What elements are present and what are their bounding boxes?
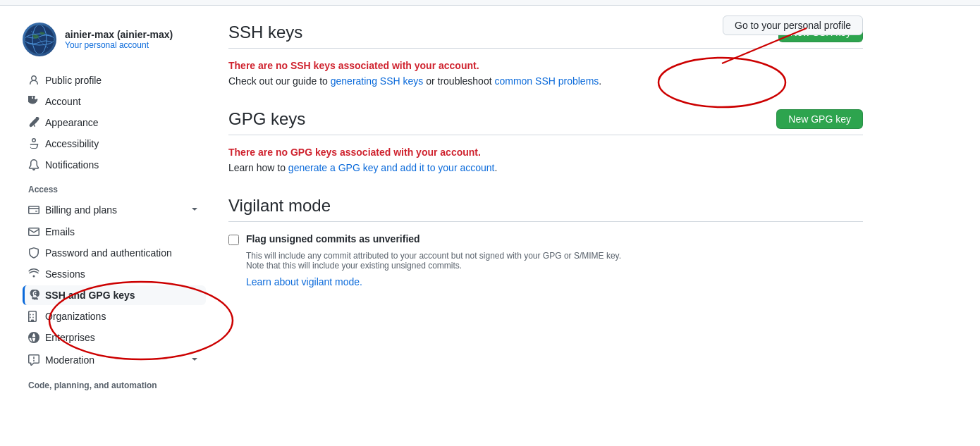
- vigilant-divider: [228, 221, 863, 222]
- ssh-empty-message: There are no SSH keys associated with yo…: [228, 60, 863, 71]
- generating-ssh-keys-link[interactable]: generating SSH keys: [331, 75, 424, 87]
- sidebar-item-organizations[interactable]: Organizations: [23, 306, 206, 326]
- globe-icon: [28, 332, 39, 343]
- sidebar-item-enterprises[interactable]: Enterprises: [23, 328, 206, 347]
- sidebar-item-label: Notifications: [45, 159, 99, 171]
- accessibility-icon: [28, 138, 39, 149]
- sidebar-item-emails[interactable]: Emails: [23, 222, 206, 242]
- main-content: Go to your personal profile SSH keys New…: [228, 23, 863, 395]
- vigilant-description: This will include any commit attributed …: [246, 251, 863, 271]
- moderation-label: Moderation: [45, 354, 94, 366]
- sidebar-item-label: Sessions: [45, 268, 85, 280]
- vigilant-mode-section: Vigilant mode Flag unsigned commits as u…: [228, 196, 863, 287]
- paintbrush-icon: [28, 117, 39, 128]
- sidebar-section-access: Access: [23, 176, 206, 197]
- key-icon: [28, 290, 39, 301]
- sidebar-item-sessions[interactable]: Sessions: [23, 264, 206, 284]
- gpg-keys-section: GPG keys New GPG key There are no GPG ke…: [228, 109, 863, 173]
- wifi-icon: [28, 268, 39, 280]
- sidebar-item-label: SSH and GPG keys: [45, 290, 135, 301]
- sidebar-item-label: Account: [45, 96, 81, 107]
- sidebar-item-moderation[interactable]: Moderation: [23, 349, 206, 371]
- sidebar-item-ssh-gpg[interactable]: SSH and GPG keys: [23, 285, 206, 305]
- sidebar: ainier-max (ainier-max) Your personal ac…: [23, 23, 206, 395]
- chevron-down-icon: [189, 353, 200, 366]
- sidebar-subtitle: Your personal account: [65, 40, 173, 50]
- organization-icon: [28, 311, 39, 322]
- sidebar-nav: Public profile Account: [23, 70, 206, 393]
- sidebar-user-info: ainier-max (ainier-max) Your personal ac…: [23, 23, 206, 56]
- billing-label: Billing and plans: [45, 204, 117, 216]
- new-gpg-key-button[interactable]: New GPG key: [776, 109, 863, 129]
- sidebar-item-label: Public profile: [45, 75, 102, 86]
- gpg-divider: [228, 135, 863, 135]
- sidebar-item-label: Password and authentication: [45, 247, 172, 259]
- sidebar-item-accessibility[interactable]: Accessibility: [23, 134, 206, 154]
- shield-icon: [28, 247, 39, 259]
- vigilant-checkbox[interactable]: [228, 235, 239, 245]
- person-icon: [28, 75, 39, 86]
- gpg-title: GPG keys: [228, 109, 305, 129]
- vigilant-checkbox-row: Flag unsigned commits as unverified: [228, 233, 863, 245]
- learn-vigilant-link[interactable]: Learn about vigilant mode.: [246, 276, 362, 287]
- sidebar-section-code: Code, planning, and automation: [23, 372, 206, 393]
- ssh-divider: [228, 48, 863, 49]
- vigilant-checkbox-label: Flag unsigned commits as unverified: [246, 233, 420, 244]
- mail-icon: [28, 226, 39, 237]
- sidebar-item-public-profile[interactable]: Public profile: [23, 70, 206, 90]
- sidebar-item-label: Appearance: [45, 117, 99, 128]
- gpg-header-row: GPG keys New GPG key: [228, 109, 863, 129]
- sidebar-item-label: Accessibility: [45, 138, 99, 149]
- sidebar-item-password[interactable]: Password and authentication: [23, 243, 206, 263]
- ssh-help-text: Check out our guide to generating SSH ke…: [228, 75, 863, 87]
- vigilant-title: Vigilant mode: [228, 196, 863, 216]
- gpg-empty-message: There are no GPG keys associated with yo…: [228, 147, 863, 158]
- sidebar-item-label: Emails: [45, 226, 75, 237]
- gear-icon: [28, 96, 39, 107]
- sidebar-item-account[interactable]: Account: [23, 92, 206, 111]
- sidebar-item-billing[interactable]: Billing and plans: [23, 199, 206, 221]
- generate-gpg-link[interactable]: generate a GPG key and add it to your ac…: [288, 162, 495, 173]
- bell-icon: [28, 159, 39, 171]
- common-ssh-problems-link[interactable]: common SSH problems: [494, 75, 599, 87]
- gpg-help-text: Learn how to generate a GPG key and add …: [228, 162, 863, 173]
- avatar: [23, 23, 56, 56]
- ssh-title: SSH keys: [228, 23, 302, 42]
- sidebar-item-notifications[interactable]: Notifications: [23, 155, 206, 175]
- sidebar-item-appearance[interactable]: Appearance: [23, 113, 206, 132]
- sidebar-item-label: Organizations: [45, 311, 106, 322]
- credit-card-icon: [28, 204, 39, 216]
- personal-profile-button[interactable]: Go to your personal profile: [723, 16, 863, 35]
- chevron-down-icon: [189, 203, 200, 216]
- sidebar-item-label: Enterprises: [45, 332, 95, 343]
- sidebar-username: ainier-max (ainier-max): [65, 29, 173, 40]
- report-icon: [28, 354, 39, 366]
